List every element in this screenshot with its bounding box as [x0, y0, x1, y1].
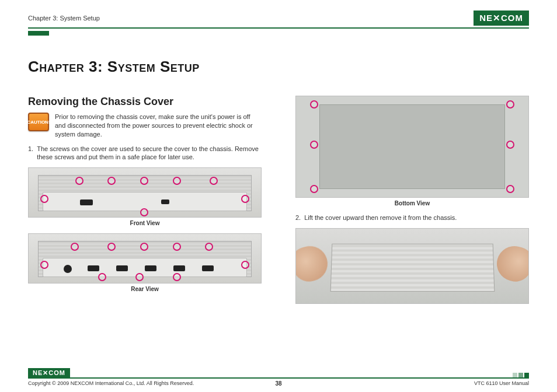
caution-icon: CAUTION! [28, 113, 49, 131]
caution-text: Prior to removing the chassis cover, mak… [55, 113, 262, 139]
caption-bottom: Bottom View [295, 200, 529, 206]
step-1-number: 1. [28, 145, 33, 162]
screw-marker-icon [75, 177, 83, 185]
screw-marker-icon [506, 100, 514, 108]
hand-icon [295, 242, 332, 285]
hand-icon [493, 242, 529, 285]
step-2: 2. Lift the cover upward then remove it … [295, 214, 529, 222]
screw-marker-icon [173, 177, 181, 185]
step-2-text: Lift the cover upward then remove it fro… [304, 214, 457, 222]
screw-marker-icon [135, 273, 144, 281]
step-2-number: 2. [295, 214, 301, 222]
right-column: Bottom View 2. Lift the cover upward the… [295, 96, 529, 304]
screw-marker-icon [310, 141, 318, 149]
footer-logo: NE✕COM [28, 368, 70, 378]
figure-lift-cover [295, 228, 529, 304]
manual-reference: VTC 6110 User Manual [474, 380, 529, 386]
caption-front: Front View [28, 220, 262, 226]
step-1: 1. The screws on the cover are used to s… [28, 145, 262, 162]
header-bar: Chapter 3: System Setup NE✕COM [28, 10, 529, 29]
caption-rear: Rear View [28, 286, 262, 292]
caution-block: CAUTION! Prior to removing the chassis c… [28, 113, 262, 139]
header-accent [28, 31, 49, 36]
copyright-text: Copyright © 2009 NEXCOM International Co… [28, 380, 194, 386]
figure-bottom-view [295, 96, 529, 198]
figure-front-view [28, 167, 262, 218]
screw-marker-icon [310, 100, 318, 108]
breadcrumb: Chapter 3: System Setup [28, 15, 100, 22]
page-number: 38 [275, 380, 281, 387]
left-column: Removing the Chassis Cover CAUTION! Prio… [28, 96, 262, 304]
figure-rear-view [28, 233, 262, 284]
chapter-title: Chapter 3: System Setup [28, 58, 529, 76]
brand-logo: NE✕COM [474, 10, 529, 26]
footer-decoration-icon [513, 373, 529, 377]
screw-marker-icon [98, 273, 106, 281]
section-title: Removing the Chassis Cover [28, 96, 262, 108]
footer-bar: NE✕COM Copyright © 2009 NEXCOM Internati… [28, 377, 529, 386]
screw-marker-icon [173, 273, 181, 281]
screw-marker-icon [71, 243, 79, 251]
screw-marker-icon [506, 185, 514, 193]
screw-marker-icon [173, 243, 181, 251]
screw-marker-icon [506, 141, 514, 149]
step-1-text: The screws on the cover are used to secu… [37, 145, 262, 162]
screw-marker-icon [310, 185, 318, 193]
screw-marker-icon [140, 208, 148, 216]
